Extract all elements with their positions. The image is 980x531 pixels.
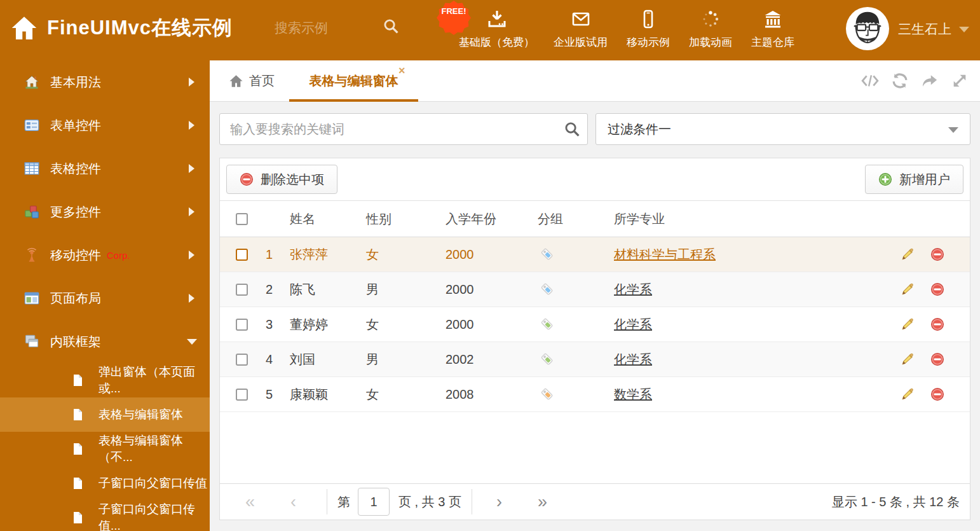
edit-pencil-icon[interactable]	[901, 317, 915, 331]
row-checkbox[interactable]	[236, 354, 248, 366]
nav-item-phone[interactable]: 移动示例	[627, 9, 670, 50]
filter-dropdown[interactable]: 过滤条件一	[595, 113, 970, 145]
first-page-button[interactable]: «	[245, 493, 255, 511]
refresh-icon[interactable]	[891, 72, 909, 90]
sidebar-item-label: 基本用法	[50, 74, 101, 91]
delete-selected-button[interactable]: 删除选中项	[226, 165, 337, 194]
edit-pencil-icon[interactable]	[901, 282, 915, 296]
sidebar-subitem-4[interactable]: 子窗口向父窗口传值...	[0, 500, 210, 531]
sidebar-item-3[interactable]: 更多控件	[0, 190, 210, 233]
page-suffix-label: 页 , 共 3 页	[398, 493, 461, 511]
cell-gender: 女	[360, 316, 439, 333]
nav-item-download[interactable]: 基础版（免费）	[459, 9, 534, 50]
main-area: 首页 表格与编辑窗体 × 过滤条件一	[210, 60, 980, 531]
cell-year: 2000	[439, 282, 531, 297]
cell-name: 陈飞	[283, 281, 360, 298]
sidebar-item-label: 表单控件	[50, 117, 101, 134]
sidebar-subitem-label: 子窗口向父窗口传值	[99, 475, 207, 492]
row-checkbox[interactable]	[236, 389, 248, 401]
page-number-input[interactable]	[358, 488, 390, 516]
sidebar-subitem-3[interactable]: 子窗口向父窗口传值	[0, 466, 210, 500]
table-header: 姓名 性别 入学年份 分组 所学专业	[220, 201, 970, 237]
major-link[interactable]: 数学系	[614, 387, 652, 401]
chevron-right-icon	[189, 78, 194, 86]
user-menu[interactable]: 三生石上	[898, 20, 969, 38]
tag-icon	[531, 317, 608, 331]
tag-icon	[531, 387, 608, 401]
sidebar-item-1[interactable]: 表单控件	[0, 104, 210, 147]
row-index: 2	[255, 282, 283, 297]
chevron-right-icon	[189, 164, 194, 173]
app-logo[interactable]: FineUIMvc在线示例	[10, 14, 233, 42]
row-checkbox[interactable]	[236, 284, 248, 296]
edit-pencil-icon[interactable]	[901, 247, 915, 261]
table-row: 4刘国男2002化学系	[220, 342, 970, 377]
header-search-input[interactable]: 搜索示例	[275, 19, 376, 37]
row-checkbox[interactable]	[236, 319, 248, 331]
nav-item-bank[interactable]: 主题仓库	[751, 9, 794, 50]
sidebar-item-2[interactable]: 表格控件	[0, 147, 210, 190]
edit-pencil-icon[interactable]	[901, 352, 915, 366]
share-icon[interactable]	[921, 72, 939, 90]
bank-icon	[763, 9, 783, 29]
source-code-icon[interactable]	[861, 72, 879, 90]
expand-icon[interactable]	[951, 72, 969, 90]
sidebar-subitem-0[interactable]: 弹出窗体（本页面或...	[0, 363, 210, 397]
header-nav: 基础版（免费）企业版试用移动示例加载动画主题仓库	[459, 9, 813, 50]
nav-item-spinner[interactable]: 加载动画	[689, 9, 732, 50]
header-search-icon[interactable]	[383, 18, 399, 34]
nav-item-envelope[interactable]: 企业版试用	[554, 9, 608, 50]
sidebar-item-6[interactable]: 内联框架	[0, 320, 210, 363]
select-all-checkbox[interactable]	[236, 213, 248, 225]
delete-button-label: 删除选中项	[261, 171, 324, 188]
delete-row-icon[interactable]	[930, 387, 944, 401]
chevron-right-icon	[189, 294, 194, 303]
grid-panel: 删除选中项 新增用户 姓名 性别 入学年份 分组 所学专业 1张萍萍女2000材…	[219, 158, 970, 520]
column-header-gender: 性别	[360, 210, 439, 228]
chevron-right-icon	[189, 207, 194, 216]
sidebar-item-label: 表格控件	[50, 160, 101, 177]
sidebar-subitem-2[interactable]: 表格与编辑窗体（不...	[0, 432, 210, 466]
delete-row-icon[interactable]	[930, 317, 944, 331]
prev-page-button[interactable]: ‹	[290, 493, 296, 511]
major-link[interactable]: 化学系	[614, 282, 652, 296]
tag-icon	[531, 282, 608, 296]
delete-row-icon[interactable]	[930, 247, 944, 261]
avatar[interactable]	[846, 7, 889, 50]
tab-close-icon[interactable]: ×	[398, 64, 405, 78]
cell-gender: 男	[360, 281, 439, 298]
row-index: 5	[255, 387, 283, 402]
nav-item-label: 企业版试用	[554, 35, 608, 50]
major-link[interactable]: 化学系	[614, 317, 652, 331]
search-icon[interactable]	[564, 121, 580, 137]
frames-icon	[24, 334, 39, 349]
search-input[interactable]	[219, 113, 588, 145]
major-link[interactable]: 材料科学与工程系	[614, 247, 716, 261]
sidebar-item-0[interactable]: 基本用法	[0, 60, 210, 104]
table-row: 3董婷婷女2000化学系	[220, 307, 970, 342]
tab-home-label: 首页	[249, 72, 275, 90]
cell-year: 2008	[439, 387, 531, 402]
phone-icon	[638, 9, 658, 29]
delete-row-icon[interactable]	[930, 282, 944, 296]
download-icon	[487, 9, 507, 29]
table-row: 2陈飞男2000化学系	[220, 272, 970, 307]
pagination-bar: « ‹ 第 页 , 共 3 页 › » 显示 1 - 5 条 , 共 12 条	[220, 483, 970, 520]
tab-home[interactable]: 首页	[229, 72, 275, 90]
page-prefix-label: 第	[337, 493, 350, 511]
sidebar-item-4[interactable]: 移动控件Corp.	[0, 233, 210, 277]
record-count-summary: 显示 1 - 5 条 , 共 12 条	[832, 493, 960, 511]
sidebar-subitem-label: 子窗口向父窗口传值...	[99, 501, 210, 531]
nav-item-label: 主题仓库	[751, 35, 794, 50]
row-checkbox[interactable]	[236, 249, 248, 261]
last-page-button[interactable]: »	[538, 493, 547, 511]
antenna-icon	[24, 247, 39, 263]
edit-pencil-icon[interactable]	[901, 387, 915, 401]
delete-row-icon[interactable]	[930, 352, 944, 366]
column-header-name: 姓名	[283, 210, 360, 228]
next-page-button[interactable]: ›	[496, 493, 502, 511]
sidebar-item-5[interactable]: 页面布局	[0, 277, 210, 320]
sidebar-subitem-1[interactable]: 表格与编辑窗体	[0, 397, 210, 432]
add-user-button[interactable]: 新增用户	[865, 165, 963, 194]
major-link[interactable]: 化学系	[614, 352, 652, 366]
